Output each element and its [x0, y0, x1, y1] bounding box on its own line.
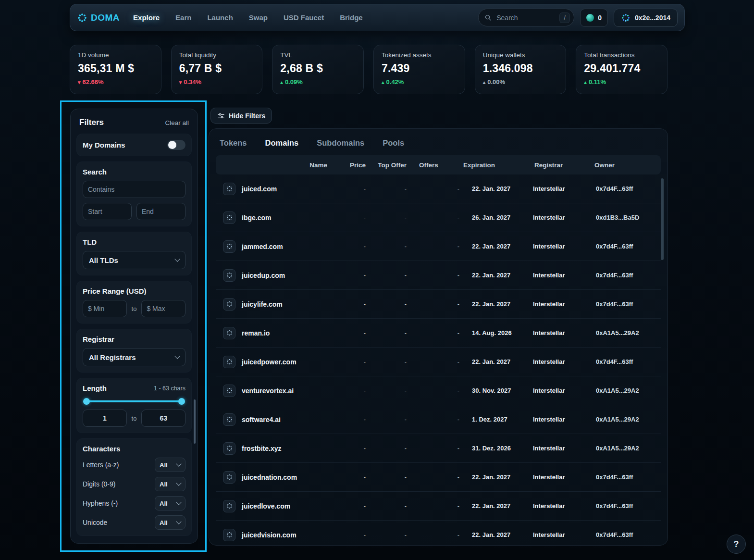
table-scrollbar[interactable] — [661, 178, 664, 260]
search-box[interactable]: / — [478, 9, 574, 26]
table-row[interactable]: juicedpower.com - - - 22. Jan. 2027 Inte… — [216, 348, 661, 376]
owner-cell: 0xA1A5...29A2 — [594, 329, 661, 336]
nav-link[interactable]: Launch — [207, 13, 233, 22]
column-header[interactable]: Price — [331, 162, 370, 169]
search-shortcut-badge: / — [559, 12, 570, 23]
wallet-button[interactable]: 0x2e...2014 — [614, 9, 678, 27]
column-header[interactable]: Name — [216, 162, 331, 169]
registrar-cell: Interstellar — [533, 243, 594, 250]
stat-card: TVL 2,68 B $ 0.09% — [272, 45, 364, 94]
character-filter-label: Letters (a-z) — [83, 461, 119, 469]
table-row[interactable]: juicednation.com - - - 22. Jan. 2027 Int… — [216, 463, 661, 492]
domain-avatar-icon — [223, 442, 235, 455]
stat-change: 0.00% — [483, 78, 558, 86]
registrar-cell: Interstellar — [533, 473, 594, 481]
stat-card: 1D volume 365,31 M $ 62.66% — [70, 45, 161, 94]
filter-sliders-icon — [217, 112, 225, 120]
tab[interactable]: Subdomains — [317, 138, 364, 148]
length-filter-section: Length 1 - 63 chars to — [76, 378, 192, 433]
registrar-cell: Interstellar — [533, 502, 594, 510]
column-header[interactable]: Expiration — [463, 162, 533, 169]
name-cell: frostbite.xyz — [216, 442, 331, 455]
length-slider[interactable] — [84, 398, 185, 405]
offers-cell: - — [410, 531, 463, 538]
offers-cell: - — [410, 502, 463, 510]
table-row[interactable]: venturevortex.ai - - - 30. Nov. 2027 Int… — [216, 376, 661, 405]
tab[interactable]: Pools — [383, 138, 404, 148]
end-input[interactable] — [136, 203, 185, 220]
token-count: 0 — [598, 14, 602, 22]
table-row[interactable]: juiced.com - - - 22. Jan. 2027 Interstel… — [216, 174, 661, 203]
table-row[interactable]: software4.ai - - - 1. Dez. 2027 Interste… — [216, 405, 661, 434]
length-slider-handle-max[interactable] — [178, 398, 185, 405]
top-offer-cell: - — [370, 243, 410, 250]
search-icon — [484, 14, 492, 21]
characters-filter-section: Characters Letters (a-z) All Digits (0-9… — [76, 438, 192, 536]
tld-dropdown[interactable]: All TLDs — [83, 251, 185, 269]
help-button[interactable]: ? — [727, 535, 746, 554]
expiration-cell: 22. Jan. 2027 — [463, 272, 533, 279]
tab[interactable]: Tokens — [220, 138, 247, 148]
length-min-input[interactable] — [83, 410, 127, 427]
tab[interactable]: Domains — [265, 138, 299, 148]
table-row[interactable]: juicedup.com - - - 22. Jan. 2027 Interst… — [216, 261, 661, 290]
domain-avatar-icon — [223, 500, 235, 512]
registrar-dropdown[interactable]: All Registrars — [83, 348, 185, 366]
price-cell: - — [331, 445, 370, 452]
search-section-title: Search — [83, 168, 185, 176]
table-row[interactable]: juicedvision.com - - - 22. Jan. 2027 Int… — [216, 521, 661, 546]
expiration-cell: 31. Dez. 2026 — [463, 445, 533, 452]
owner-cell: 0x7d4F...63ff — [594, 272, 661, 279]
length-slider-handle-min[interactable] — [83, 398, 90, 405]
table-row[interactable]: reman.io - - - 14. Aug. 2026 Interstella… — [216, 319, 661, 348]
column-header[interactable]: Registrar — [533, 162, 594, 169]
my-domains-label: My Domains — [83, 141, 125, 149]
price-range-section: Price Range (USD) to — [76, 281, 192, 324]
start-input[interactable] — [83, 203, 132, 220]
chevron-down-icon — [174, 353, 180, 359]
table-row[interactable]: juicylife.com - - - 22. Jan. 2027 Inters… — [216, 290, 661, 319]
domain-avatar-icon — [223, 240, 235, 253]
nav-link[interactable]: Earn — [175, 13, 191, 22]
nav-link[interactable]: Swap — [249, 13, 268, 22]
price-min-input[interactable] — [83, 300, 127, 317]
character-filter-select[interactable]: All — [155, 458, 185, 472]
character-rows: Letters (a-z) All Digits (0-9) All Hyphe… — [83, 458, 185, 530]
contains-input[interactable] — [83, 181, 185, 198]
column-header[interactable]: Owner — [594, 162, 661, 169]
price-max-input[interactable] — [141, 300, 185, 317]
doma-logo[interactable]: DOMA — [77, 12, 120, 23]
search-filter-section: Search — [76, 162, 192, 226]
owner-cell: 0x7d4F...63ff — [594, 243, 661, 250]
characters-section-title: Characters — [83, 445, 185, 453]
token-count-badge[interactable]: 0 — [580, 9, 608, 27]
character-filter-select[interactable]: All — [155, 496, 185, 510]
nav-link[interactable]: Explore — [133, 13, 160, 22]
expiration-cell: 22. Jan. 2027 — [463, 358, 533, 365]
table-row[interactable]: jammed.com - - - 22. Jan. 2027 Interstel… — [216, 232, 661, 261]
hide-filters-button[interactable]: Hide Filters — [210, 108, 272, 124]
filters-scrollbar[interactable] — [194, 399, 196, 444]
clear-all-button[interactable]: Clear all — [165, 119, 189, 126]
price-cell: - — [331, 531, 370, 538]
character-filter-select[interactable]: All — [155, 515, 185, 530]
my-domains-toggle[interactable] — [167, 140, 185, 150]
search-input[interactable] — [495, 13, 556, 22]
table-row[interactable]: frostbite.xyz - - - 31. Dez. 2026 Inters… — [216, 434, 661, 463]
length-max-input[interactable] — [141, 410, 185, 427]
nav-link[interactable]: USD Faucet — [284, 13, 324, 22]
price-cell: - — [331, 502, 370, 510]
top-offer-cell: - — [370, 214, 410, 221]
expiration-cell: 22. Jan. 2027 — [463, 185, 533, 192]
expiration-cell: 22. Jan. 2027 — [463, 531, 533, 538]
stat-change: 0.42% — [382, 78, 457, 86]
top-offer-cell: - — [370, 416, 410, 423]
table-row[interactable]: juicedlove.com - - - 22. Jan. 2027 Inter… — [216, 492, 661, 521]
toggle-knob — [168, 141, 176, 149]
column-header[interactable]: Top Offer — [370, 162, 410, 169]
character-filter-select[interactable]: All — [155, 477, 185, 491]
column-header[interactable]: Offers — [410, 162, 463, 169]
nav-link[interactable]: Bridge — [340, 13, 363, 22]
expiration-cell: 1. Dez. 2027 — [463, 416, 533, 423]
table-row[interactable]: ibge.com - - - 26. Jan. 2027 Interstella… — [216, 203, 661, 232]
